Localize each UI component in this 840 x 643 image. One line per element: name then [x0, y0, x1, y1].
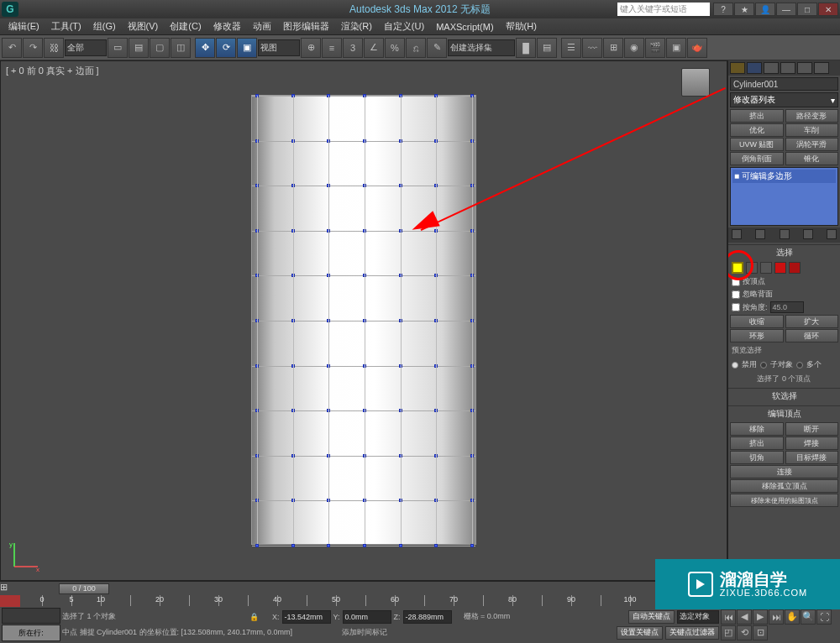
mod-btn-pathdeform[interactable]: 路径变形 [785, 109, 839, 123]
nav-max-icon[interactable]: ⊡ [753, 625, 768, 640]
viewcube-icon[interactable] [681, 68, 710, 97]
menu-tools[interactable]: 工具(T) [46, 20, 87, 33]
chamfer-button[interactable]: 切角 [730, 451, 784, 464]
pin-stack-icon[interactable] [732, 229, 742, 239]
loop-button[interactable]: 循环 [785, 329, 839, 342]
menu-help[interactable]: 帮助(H) [501, 20, 542, 33]
vertex-dot[interactable] [470, 544, 474, 547]
menu-maxscript[interactable]: MAXScript(M) [431, 22, 498, 32]
edit-sel-icon[interactable]: ✎ [427, 38, 447, 58]
timeline-config-icon[interactable]: ⊞ [0, 582, 20, 593]
tab-hierarchy[interactable] [764, 62, 779, 74]
angle-spinner[interactable]: 45.0 [770, 301, 804, 313]
select-icon[interactable]: ▭ [108, 38, 128, 58]
mod-btn-bevelprof[interactable]: 倒角剖面 [730, 152, 784, 165]
mod-btn-uvw[interactable]: UVW 贴图 [730, 138, 784, 151]
weld-button[interactable]: 焊接 [785, 437, 839, 450]
mod-btn-turbosmooth[interactable]: 涡轮平滑 [785, 138, 839, 151]
connect-button[interactable]: 连接 [730, 465, 838, 478]
menu-render[interactable]: 渲染(R) [336, 20, 377, 33]
coord-y-field[interactable]: 0.0mm [343, 610, 391, 624]
script-mini-listener[interactable] [2, 608, 60, 624]
menu-modifier[interactable]: 修改器 [208, 20, 246, 33]
key-filter-dropdown[interactable]: 选定对象 [677, 610, 719, 624]
render-setup-icon[interactable]: 🎬 [645, 38, 665, 58]
nav-orbit-icon[interactable]: ⟲ [737, 625, 752, 640]
app-logo-icon[interactable]: G [2, 2, 18, 17]
make-unique-icon[interactable] [780, 229, 790, 239]
tab-create[interactable] [730, 62, 745, 74]
curve-editor-icon[interactable]: 〰 [582, 38, 602, 58]
menu-anim[interactable]: 动画 [248, 20, 276, 33]
menu-view[interactable]: 视图(V) [123, 20, 164, 33]
play-back-icon[interactable]: ◀ [737, 609, 752, 625]
nav-pan-icon[interactable]: ✋ [785, 609, 800, 625]
vertex-dot[interactable] [399, 544, 402, 547]
rollout-editvert[interactable]: 编辑顶点 [728, 405, 840, 421]
shrink-button[interactable]: 收缩 [730, 315, 784, 328]
break-button[interactable]: 断开 [785, 422, 839, 436]
nav-zoom-ext-icon[interactable]: ⛶ [816, 609, 832, 625]
vertex-dot[interactable] [255, 544, 259, 547]
viewport[interactable]: [ + 0 前 0 真实 + 边面 ] y x [0, 60, 727, 581]
mirror-icon[interactable]: ▐▌ [516, 38, 536, 58]
scale-icon[interactable]: ▣ [237, 38, 257, 58]
time-slider-thumb[interactable]: 0 / 100 [59, 583, 109, 594]
subobj-element-button[interactable] [789, 262, 801, 274]
rotate-icon[interactable]: ⟳ [216, 38, 236, 58]
modifier-stack[interactable]: ■ 可编辑多边形 [730, 167, 838, 226]
stack-item-editable-poly[interactable]: ■ 可编辑多边形 [732, 170, 836, 183]
angle-snap-icon[interactable]: ∠ [364, 38, 384, 58]
move-icon[interactable]: ✥ [195, 38, 215, 58]
vertex-dot[interactable] [327, 544, 330, 547]
radio-multi[interactable] [796, 362, 803, 369]
by-angle-checkbox[interactable] [732, 303, 740, 311]
subobj-border-button[interactable] [760, 262, 772, 274]
render-frame-icon[interactable]: ▣ [666, 38, 686, 58]
target-weld-button[interactable]: 目标焊接 [785, 451, 839, 464]
ring-button[interactable]: 环形 [730, 329, 784, 342]
modifier-list-dropdown[interactable]: 修改器列表▾ [730, 92, 838, 107]
nav-fov-icon[interactable]: ◰ [721, 625, 736, 640]
mod-btn-extrude[interactable]: 挤出 [730, 109, 784, 123]
cylinder-mesh[interactable] [251, 95, 476, 545]
menu-group[interactable]: 组(G) [88, 20, 121, 33]
named-selection-dropdown[interactable]: 创建选择集 [448, 39, 515, 56]
pivot-icon[interactable]: ⊕ [301, 38, 321, 58]
ignore-backfacing-checkbox[interactable] [732, 290, 740, 299]
radio-disable[interactable] [732, 362, 738, 369]
line-indicator-button[interactable]: 所在行: [2, 625, 60, 641]
add-time-tag[interactable]: 添加时间标记 [342, 627, 387, 638]
align-icon[interactable]: ▤ [537, 38, 557, 58]
percent-snap-icon[interactable]: % [385, 38, 405, 58]
configure-sets-icon[interactable] [827, 229, 837, 239]
coord-z-field[interactable]: -28.889mm [403, 610, 452, 624]
autokey-button[interactable]: 自动关键点 [628, 610, 675, 624]
menu-graph[interactable]: 图形编辑器 [278, 20, 334, 33]
grow-button[interactable]: 扩大 [785, 315, 839, 328]
select-name-icon[interactable]: ▤ [129, 38, 149, 58]
remove-mod-icon[interactable] [803, 229, 813, 239]
maximize-button[interactable]: □ [797, 3, 817, 16]
extrude-button[interactable]: 挤出 [730, 437, 784, 450]
remove-unused-map-button[interactable]: 移除未使用的贴图顶点 [730, 494, 838, 507]
minimize-button[interactable]: — [776, 3, 796, 16]
mod-btn-lathe[interactable]: 车削 [785, 123, 839, 137]
tab-motion[interactable] [780, 62, 795, 74]
play-prev-icon[interactable]: ⏮ [721, 609, 736, 625]
keyfilter-button[interactable]: 关键点过滤器 [665, 626, 719, 640]
vertex-dot[interactable] [434, 544, 438, 547]
radio-subobj[interactable] [760, 362, 767, 369]
show-end-result-icon[interactable] [755, 229, 765, 239]
tab-modify[interactable] [747, 62, 762, 74]
layer-icon[interactable]: ☰ [561, 38, 581, 58]
spinner-snap-icon[interactable]: ⎌ [406, 38, 426, 58]
material-icon[interactable]: ◉ [624, 38, 644, 58]
ref-coord-dropdown[interactable]: 视图 [258, 39, 300, 56]
subobj-edge-button[interactable] [746, 262, 758, 274]
lock-icon[interactable]: ≡ [322, 38, 342, 58]
setkey-button[interactable]: 设置关键点 [617, 626, 663, 640]
coord-x-field[interactable]: -13.542mm [282, 610, 331, 624]
remove-button[interactable]: 移除 [730, 422, 784, 436]
menu-customize[interactable]: 自定义(U) [379, 20, 429, 33]
